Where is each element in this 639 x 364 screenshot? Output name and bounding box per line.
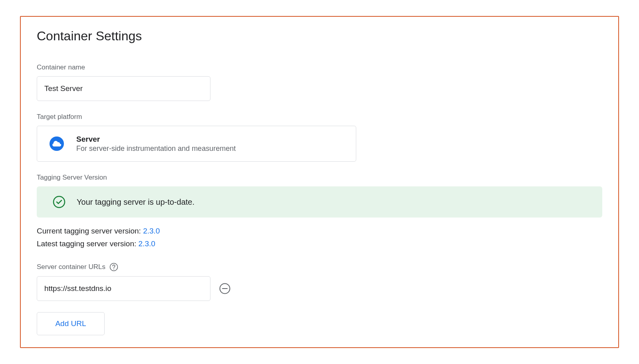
current-version-value: 2.3.0 — [143, 227, 160, 235]
platform-description: For server-side instrumentation and meas… — [76, 144, 236, 153]
svg-point-3 — [113, 269, 114, 269]
tagging-version-label: Tagging Server Version — [37, 174, 602, 182]
server-urls-label: Server container URLs — [37, 263, 105, 271]
platform-title: Server — [76, 135, 236, 144]
url-row — [37, 276, 602, 301]
status-banner: Your tagging server is up-to-date. — [37, 186, 602, 218]
platform-card-server[interactable]: Server For server-side instrumentation a… — [37, 126, 356, 162]
container-name-label: Container name — [37, 63, 602, 71]
cloud-icon — [48, 135, 65, 152]
target-platform-label: Target platform — [37, 113, 602, 121]
page-title: Container Settings — [37, 29, 602, 44]
container-name-input[interactable] — [37, 76, 210, 101]
status-message: Your tagging server is up-to-date. — [77, 198, 194, 207]
latest-version-line: Latest tagging server version: 2.3.0 — [37, 237, 602, 250]
current-version-line: Current tagging server version: 2.3.0 — [37, 225, 602, 237]
server-urls-section: Server container URLs Add URL — [37, 263, 602, 335]
target-platform-section: Target platform Server For server-side i… — [37, 113, 602, 162]
container-name-section: Container name — [37, 63, 602, 101]
latest-version-value: 2.3.0 — [139, 239, 155, 248]
help-icon[interactable] — [109, 263, 118, 271]
latest-version-label: Latest tagging server version: — [37, 239, 139, 248]
svg-point-1 — [54, 196, 65, 208]
remove-url-icon[interactable] — [218, 282, 231, 295]
check-circle-icon — [53, 196, 65, 208]
tagging-version-section: Tagging Server Version Your tagging serv… — [37, 174, 602, 251]
current-version-label: Current tagging server version: — [37, 227, 143, 235]
add-url-button[interactable]: Add URL — [37, 312, 105, 335]
server-url-input[interactable] — [37, 276, 210, 301]
